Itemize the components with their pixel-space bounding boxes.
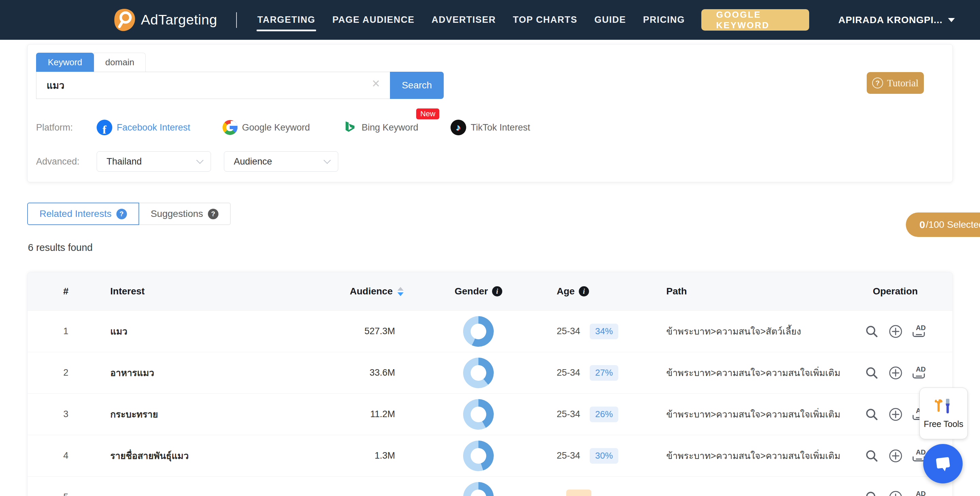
platform-google-keyword[interactable]: Google Keyword	[223, 120, 310, 135]
brand[interactable]: AdTargeting	[112, 7, 217, 33]
info-icon[interactable]: i	[579, 286, 589, 296]
platform-bing-keyword[interactable]: Bing Keyword New	[342, 120, 418, 135]
result-tabs: Related Interests ? Suggestions ?	[27, 203, 231, 225]
tab-related-interests[interactable]: Related Interests ?	[27, 203, 139, 225]
interest-name: อาหารแมว	[104, 366, 315, 380]
ad-preview-icon[interactable]: AD	[912, 490, 926, 496]
age-percent-badge: 34%	[590, 324, 618, 339]
info-icon[interactable]: i	[492, 286, 502, 296]
col-gender: Gender i	[427, 286, 530, 297]
audience-value: 33.6M	[315, 368, 427, 378]
selected-counter-badge[interactable]: 0 /100 Selected	[906, 212, 980, 237]
interest-path: ข้าพระบาท>ความสนใจ>สัตว์เลี้ยง	[649, 324, 868, 339]
top-navbar: AdTargeting TARGETING PAGE AUDIENCE ADVE…	[0, 0, 980, 40]
table-row: 1 แมว 527.3M 25-34 34% ข้าพระบาท>ความสนใ…	[27, 311, 953, 352]
age-range: 25-34	[557, 409, 580, 420]
brand-name: AdTargeting	[141, 12, 217, 28]
search-detail-icon[interactable]	[865, 449, 879, 463]
user-name: APIRADA KRONGPI...	[838, 14, 943, 25]
row-index: 1	[27, 326, 104, 337]
gender-donut-chart	[463, 482, 494, 496]
search-detail-icon[interactable]	[865, 324, 879, 339]
user-account-menu[interactable]: APIRADA KRONGPI...	[838, 14, 955, 25]
table-row: 4 รายชื่อสายพันธุ์แมว 1.3M 25-34 30% ข้า…	[27, 435, 953, 476]
col-path: Path	[649, 286, 868, 297]
ad-preview-icon[interactable]: AD	[912, 366, 926, 380]
col-audience[interactable]: Audience	[315, 286, 427, 297]
table-header: # Interest Audience Gender i Age i Path …	[27, 272, 953, 311]
free-tools-widget[interactable]: Free Tools	[920, 388, 968, 439]
search-detail-icon[interactable]	[865, 366, 879, 380]
help-circle-icon[interactable]: ?	[116, 209, 127, 219]
nav-item-label: ADVERTISER	[431, 14, 496, 25]
advanced-label: Advanced:	[36, 156, 97, 167]
nav-divider	[236, 12, 237, 28]
col-operation: Operation	[868, 286, 953, 297]
sort-icon[interactable]	[398, 287, 404, 296]
platform-row: Platform: f Facebook Interest Google Key…	[36, 117, 563, 138]
tab-keyword[interactable]: Keyword	[36, 53, 94, 72]
chat-button[interactable]	[923, 444, 963, 483]
search-input[interactable]	[36, 72, 390, 99]
free-tools-label: Free Tools	[924, 419, 963, 429]
new-badge: New	[416, 108, 439, 119]
age-percent-badge: 27%	[590, 365, 618, 381]
row-index: 5	[27, 492, 104, 496]
nav-item[interactable]: TOP CHARTS	[512, 11, 578, 29]
nav-item[interactable]: GUIDE	[594, 11, 627, 29]
platform-tiktok-interest[interactable]: ♪ TikTok Interest	[450, 120, 530, 135]
tab-domain[interactable]: domain	[94, 53, 146, 72]
nav-item-label: TOP CHARTS	[513, 14, 578, 25]
interest-name: รายชื่อสายพันธุ์แมว	[104, 448, 315, 463]
country-select[interactable]: Thailand	[97, 151, 211, 172]
search-detail-icon[interactable]	[865, 490, 879, 496]
age-percent-badge	[566, 490, 592, 496]
results-count: 6 results found	[28, 242, 92, 253]
tab-suggestions[interactable]: Suggestions ?	[139, 203, 231, 225]
age-range: 25-34	[557, 368, 580, 378]
clear-input-icon[interactable]: ×	[372, 76, 380, 90]
tutorial-button[interactable]: ? Tutorial	[867, 72, 924, 94]
add-interest-icon[interactable]	[888, 407, 903, 422]
table-row: 2 อาหารแมว 33.6M 25-34 27% ข้าพระบาท>ควา…	[27, 352, 953, 393]
gender-donut-chart	[463, 441, 494, 471]
nav-item[interactable]: PRICING	[643, 11, 686, 29]
col-index: #	[27, 286, 104, 297]
search-detail-icon[interactable]	[865, 407, 879, 422]
add-interest-icon[interactable]	[888, 366, 903, 380]
chevron-down-icon	[196, 156, 204, 163]
row-index: 2	[27, 368, 104, 378]
audience-value: 1.3M	[315, 450, 427, 461]
adtargeting-logo-icon	[112, 7, 137, 33]
age-range: 25-34	[557, 326, 580, 337]
row-index: 4	[27, 450, 104, 461]
tools-icon	[934, 398, 953, 416]
facebook-icon: f	[97, 120, 112, 135]
row-index: 3	[27, 409, 104, 420]
gender-donut-chart	[463, 316, 494, 347]
add-interest-icon[interactable]	[888, 490, 903, 496]
gender-donut-chart	[463, 358, 494, 388]
gender-donut-chart	[463, 399, 494, 430]
add-interest-icon[interactable]	[888, 449, 903, 463]
nav-item-label: TARGETING	[257, 14, 315, 25]
add-interest-icon[interactable]	[888, 324, 903, 339]
nav-item-label: GUIDE	[595, 14, 626, 25]
google-keyword-button[interactable]: GOOGLE KEYWORD	[701, 9, 809, 31]
interest-name: กระบะทราย	[104, 407, 315, 422]
platform-facebook-interest[interactable]: f Facebook Interest	[97, 120, 190, 135]
nav-item-label: PAGE AUDIENCE	[332, 14, 415, 25]
interest-path: ข้าพระบาท>ความสนใจ>ความสนใจเพิ่มเติม	[649, 407, 868, 422]
nav-item[interactable]: PAGE AUDIENCE	[332, 11, 415, 29]
ad-preview-icon[interactable]: AD	[912, 324, 926, 339]
nav-item[interactable]: TARGETING	[256, 11, 316, 29]
advanced-row: Advanced: Thailand Audience	[36, 151, 351, 172]
nav-item[interactable]: ADVERTISER	[431, 11, 496, 29]
search-panel: Keyword domain × Search ? Tutorial Platf…	[27, 44, 953, 182]
help-circle-icon[interactable]: ?	[208, 209, 218, 219]
interest-name: แมว	[104, 324, 315, 339]
audience-select[interactable]: Audience	[224, 151, 338, 172]
age-range: 25-34	[557, 450, 580, 461]
interest-path: ข้าพระบาท>ความสนใจ>ความสนใจเพิ่มเติม	[649, 366, 868, 380]
search-button[interactable]: Search	[390, 72, 444, 99]
